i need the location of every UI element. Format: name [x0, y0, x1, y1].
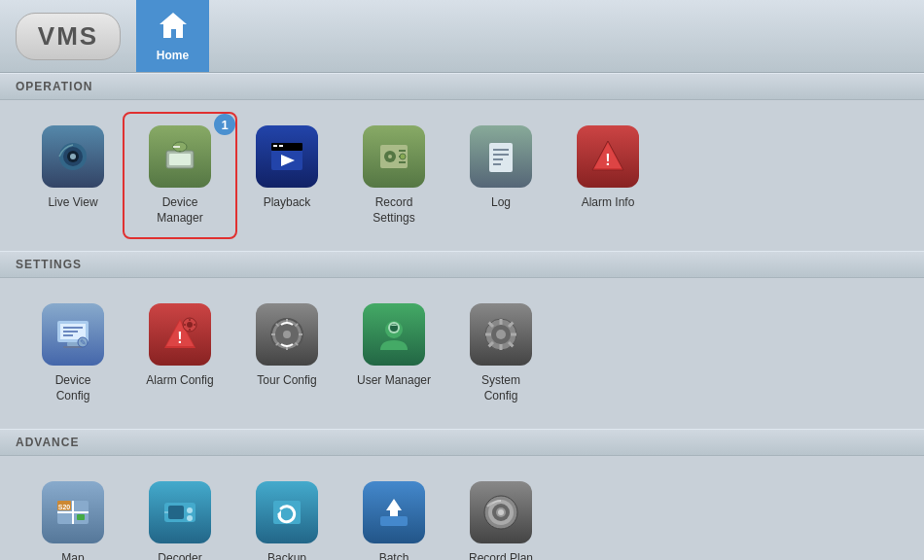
svg-text:!: !: [177, 330, 182, 346]
device-config-label: DeviceConfig: [55, 373, 91, 403]
alarm-info-item[interactable]: ! Alarm Info: [554, 116, 661, 235]
operation-grid: Live View 1 DeviceManager: [0, 100, 924, 251]
map-icon-box: S20: [42, 481, 104, 543]
live-view-item[interactable]: Live View: [19, 116, 126, 235]
alarm-config-icon-box: !: [149, 303, 211, 366]
record-settings-icon-box: [363, 125, 425, 188]
system-config-item[interactable]: SystemConfig: [447, 294, 554, 413]
svg-point-18: [388, 155, 392, 158]
svg-text:S20: S20: [58, 504, 71, 510]
decoder-icon-box: [149, 481, 211, 543]
user-manager-item[interactable]: User Manager: [340, 294, 447, 413]
vms-logo: VMS: [0, 0, 136, 73]
playback-icon-box: [256, 125, 318, 188]
svg-rect-34: [67, 342, 79, 346]
alarm-info-label: Alarm Info: [582, 195, 635, 211]
device-manager-badge: 1: [214, 114, 235, 135]
svg-rect-23: [489, 143, 513, 172]
batch-upgrade-label: BatchUpgrade: [372, 551, 416, 560]
device-manager-icon-box: [149, 125, 211, 188]
record-settings-item[interactable]: RecordSettings: [340, 116, 447, 235]
user-manager-label: User Manager: [357, 373, 431, 389]
log-icon-box: [470, 125, 532, 188]
record-settings-label: RecordSettings: [373, 195, 414, 226]
settings-header: SETTINGS: [0, 251, 924, 278]
record-plan-icon-box: [470, 481, 532, 543]
backup-item[interactable]: Backup: [233, 472, 340, 560]
svg-point-5: [70, 154, 76, 159]
system-config-label: SystemConfig: [481, 373, 520, 403]
svg-rect-7: [169, 154, 191, 165]
playback-label: Playback: [264, 195, 311, 211]
topbar: VMS Home: [0, 0, 924, 73]
advance-header: ADVANCE: [0, 429, 924, 456]
svg-point-63: [187, 508, 193, 513]
live-view-icon-box: [42, 125, 104, 188]
svg-marker-69: [386, 499, 402, 516]
settings-section: SETTINGS ✎ DeviceConfig: [0, 251, 924, 429]
svg-point-47: [283, 331, 291, 338]
alarm-info-icon-box: !: [577, 125, 639, 188]
batch-upgrade-item[interactable]: BatchUpgrade: [340, 472, 447, 560]
svg-point-40: [187, 322, 193, 328]
decoder-item[interactable]: Decoder: [126, 472, 233, 560]
live-view-label: Live View: [48, 195, 97, 211]
svg-rect-58: [77, 514, 85, 520]
record-plan-item[interactable]: Record Plan: [447, 472, 554, 560]
svg-point-64: [187, 515, 193, 521]
vms-logo-text: VMS: [16, 13, 121, 60]
operation-header: OPERATION: [0, 73, 924, 100]
svg-point-53: [496, 330, 506, 339]
record-plan-label: Record Plan: [469, 551, 533, 560]
svg-marker-0: [160, 13, 187, 38]
system-config-icon-box: [470, 303, 532, 366]
svg-text:✎: ✎: [80, 338, 87, 347]
svg-point-22: [400, 154, 406, 159]
device-manager-item[interactable]: 1 DeviceManager: [126, 116, 233, 235]
device-config-item[interactable]: ✎ DeviceConfig: [19, 294, 126, 413]
map-label: Map: [61, 551, 84, 560]
backup-icon-box: [256, 481, 318, 543]
decoder-label: Decoder: [158, 551, 201, 560]
log-item[interactable]: Log: [447, 116, 554, 235]
operation-section: OPERATION Live View 1: [0, 73, 924, 251]
device-manager-label: DeviceManager: [157, 195, 202, 226]
tour-config-item[interactable]: Tour Config: [233, 294, 340, 413]
svg-point-74: [498, 509, 504, 515]
playback-item[interactable]: Playback: [233, 116, 340, 235]
svg-rect-1: [167, 28, 171, 38]
home-icon: [158, 11, 189, 47]
alarm-config-item[interactable]: ! Alarm Config: [126, 294, 233, 413]
settings-grid: ✎ DeviceConfig !: [0, 278, 924, 429]
advance-section: ADVANCE S20 Map: [0, 429, 924, 560]
user-manager-icon-box: [363, 303, 425, 366]
tour-config-icon-box: [256, 303, 318, 366]
alarm-config-label: Alarm Config: [146, 373, 213, 389]
batch-upgrade-icon-box: [363, 481, 425, 543]
log-label: Log: [491, 195, 511, 211]
device-config-icon-box: ✎: [42, 303, 104, 366]
map-item[interactable]: S20 Map: [19, 472, 126, 560]
tour-config-label: Tour Config: [257, 373, 316, 389]
svg-text:!: !: [605, 152, 610, 168]
advance-grid: S20 Map Decoder: [0, 456, 924, 560]
home-tab[interactable]: Home: [136, 0, 209, 72]
svg-rect-62: [168, 506, 184, 519]
home-tab-label: Home: [157, 49, 189, 62]
backup-label: Backup: [267, 551, 306, 560]
svg-rect-68: [380, 516, 408, 526]
